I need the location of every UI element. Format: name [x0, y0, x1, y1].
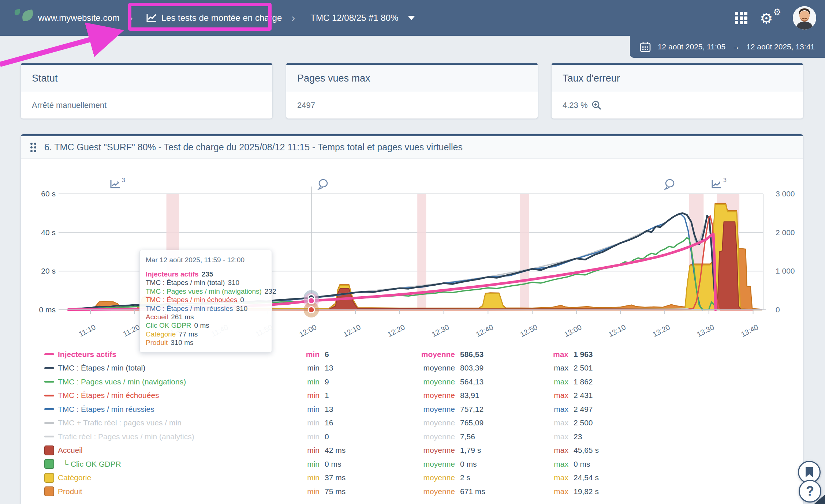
- legend-min-value: 42 ms: [320, 446, 415, 455]
- y-left-label: 40 s: [41, 228, 56, 237]
- breadcrumb-test-selector[interactable]: TMC 12/08/25 #1 80%: [310, 13, 415, 23]
- x-axis-label: 12:20: [386, 323, 406, 338]
- legend-min-value: 13: [320, 405, 415, 414]
- legend-min-label: min: [277, 418, 320, 427]
- legend-max-label: max: [546, 473, 568, 482]
- legend-max-label: max: [546, 350, 568, 359]
- date-range-picker[interactable]: 12 août 2025, 11:05 → 12 août 2025, 13:4…: [630, 36, 825, 58]
- legend-moyenne-label: moyenne: [415, 405, 455, 414]
- legend-max-value: 2 431: [568, 391, 803, 400]
- comment-bubble-icon[interactable]: [319, 180, 327, 189]
- load-test-chart[interactable]: 11:1011:2011:3011:4011:5012:0012:1012:20…: [21, 159, 803, 364]
- chart-link-icon[interactable]: 3: [712, 177, 727, 188]
- legend-min-value: 1: [320, 391, 415, 400]
- comment-bubble-icon[interactable]: [665, 180, 674, 189]
- legend-label: TMC : Étapes / min (total): [58, 364, 277, 372]
- y-left-label: 60 s: [41, 189, 56, 198]
- legend-row[interactable]: Injecteurs actifs min 6 moyenne 586,53 m…: [21, 347, 803, 361]
- card-value: 4.23 %: [563, 101, 588, 110]
- breadcrumb-section[interactable]: Les tests de montée en charge: [142, 13, 282, 23]
- y-right-label: 1 000: [776, 267, 795, 275]
- legend-row[interactable]: TMC : Pages vues / min (navigations) min…: [21, 375, 803, 389]
- zoom-in-icon[interactable]: [591, 100, 602, 110]
- legend-row[interactable]: TMC : Étapes / min réussies min 13 moyen…: [21, 402, 803, 416]
- gear-icon: ⚙: [760, 10, 773, 27]
- chart-plot-area[interactable]: [59, 194, 763, 310]
- legend-swatch: [44, 381, 54, 383]
- legend-max-label: max: [546, 460, 568, 469]
- legend-moyenne-value: 83,91: [455, 391, 546, 400]
- legend-moyenne-value: 564,13: [455, 377, 546, 386]
- legend-swatch: [44, 486, 54, 496]
- legend-min-value: 75 ms: [320, 487, 415, 496]
- legend-max-value: 19,82 s: [568, 487, 803, 496]
- legend-max-value: 1 862: [568, 377, 803, 386]
- legend-swatch: [44, 473, 54, 483]
- legend-row[interactable]: Accueil min 42 ms moyenne 1,79 s max 45,…: [21, 444, 803, 458]
- legend-moyenne-label: moyenne: [415, 432, 455, 441]
- legend-label: Injecteurs actifs: [58, 350, 277, 359]
- legend-swatch: [44, 459, 54, 469]
- top-navigation-bar: www.mywebsite.com › Les tests de montée …: [0, 0, 825, 36]
- breadcrumb-site[interactable]: www.mywebsite.com: [38, 13, 120, 23]
- legend-swatch: [44, 367, 54, 369]
- chart-link-icon[interactable]: 3: [111, 177, 125, 188]
- legend-label: Trafic réel : Pages vues / min (analytic…: [58, 432, 277, 441]
- legend-moyenne-value: 1,79 s: [455, 446, 546, 455]
- legend-min-value: 0 ms: [320, 460, 415, 469]
- legend-label: TMC : Pages vues / min (navigations): [58, 377, 277, 386]
- legend-row[interactable]: Produit min 75 ms moyenne 671 ms max 19,…: [21, 485, 803, 499]
- card-title: Statut: [21, 65, 272, 92]
- legend-moyenne-value: 803,39: [455, 364, 546, 372]
- legend-moyenne-label: moyenne: [415, 473, 455, 482]
- chart-panel: 6. TMC Guest "SURF" 80% - Test de charge…: [21, 134, 803, 504]
- legend-row[interactable]: TMC : Étapes / min échouées min 1 moyenn…: [21, 389, 803, 403]
- y-right-label: 2 000: [776, 228, 795, 237]
- breadcrumb: www.mywebsite.com › Les tests de montée …: [38, 0, 415, 36]
- x-axis-label: 12:40: [475, 323, 495, 338]
- card-statut: Statut Arrêté manuellement: [21, 63, 272, 119]
- legend-moyenne-value: 0 ms: [455, 460, 546, 469]
- corner-annotation: [814, 494, 825, 504]
- chart-panel-header: 6. TMC Guest "SURF" 80% - Test de charge…: [21, 136, 803, 159]
- legend-row[interactable]: Trafic réel : Pages vues / min (analytic…: [21, 430, 803, 444]
- app-logo-icon[interactable]: [14, 7, 37, 29]
- user-avatar[interactable]: [793, 6, 816, 30]
- settings-gears-icon[interactable]: ⚙ ⚙: [760, 8, 780, 28]
- legend-row[interactable]: └Clic OK GDPR min 0 ms moyenne 0 ms max …: [21, 457, 803, 471]
- legend-max-label: max: [546, 432, 568, 441]
- card-value: Arrêté manuellement: [32, 101, 107, 110]
- legend-moyenne-value: 765,09: [455, 418, 546, 427]
- question-mark-icon: ?: [806, 484, 814, 499]
- chart-panel-title: 6. TMC Guest "SURF" 80% - Test de charge…: [44, 142, 463, 153]
- y-right-label: 3 000: [776, 189, 795, 198]
- legend-row[interactable]: TMC + Trafic réel : pages vues / min min…: [21, 416, 803, 430]
- legend-swatch: [44, 422, 54, 424]
- legend-moyenne-value: 671 ms: [455, 487, 546, 496]
- chevron-right-icon: ›: [291, 12, 295, 23]
- x-axis-label: 12:00: [298, 323, 318, 338]
- x-axis-label: 13:30: [695, 323, 716, 338]
- legend-max-value: 1 963: [568, 350, 803, 359]
- legend-min-value: 37 ms: [320, 473, 415, 482]
- chevron-right-icon: ›: [129, 12, 133, 23]
- legend-moyenne-label: moyenne: [415, 460, 455, 469]
- x-axis-label: 11:20: [122, 323, 141, 338]
- legend-moyenne-value: 2 s: [455, 473, 546, 482]
- legend-swatch: [44, 353, 54, 355]
- x-axis-label: 13:10: [607, 323, 627, 338]
- chart-x-axis: 11:1011:2011:3011:4011:5012:0012:1012:20…: [59, 310, 766, 338]
- bookmark-icon: [805, 466, 814, 478]
- date-range-end: 12 août 2025, 13:41: [746, 42, 815, 51]
- x-axis-label: 11:40: [210, 323, 229, 338]
- legend-max-label: max: [546, 391, 568, 400]
- legend-row[interactable]: Catégorie min 37 ms moyenne 2 s max 24,5…: [21, 471, 803, 485]
- apps-grid-icon[interactable]: [735, 12, 747, 24]
- legend-row[interactable]: TMC : Étapes / min (total) min 13 moyenn…: [21, 361, 803, 375]
- drag-handle-icon[interactable]: [30, 143, 36, 152]
- card-title: Taux d'erreur: [552, 65, 803, 92]
- chart-legend: Injecteurs actifs min 6 moyenne 586,53 m…: [21, 347, 803, 499]
- legend-swatch: [44, 445, 54, 455]
- calendar-icon: [639, 41, 651, 53]
- legend-min-label: min: [277, 432, 320, 441]
